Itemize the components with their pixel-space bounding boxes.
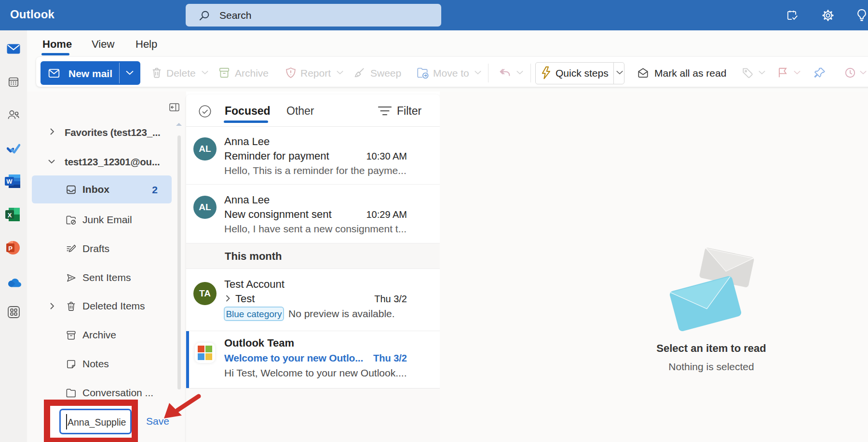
svg-text:X: X xyxy=(8,212,12,219)
svg-text:P: P xyxy=(8,245,13,252)
svg-text:W: W xyxy=(6,178,13,185)
